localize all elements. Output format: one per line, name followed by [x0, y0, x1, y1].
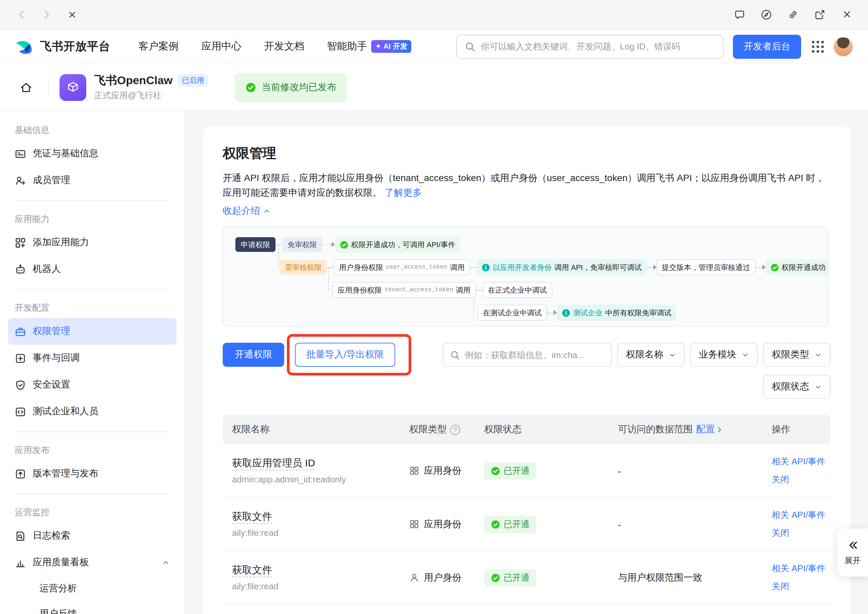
close-window-icon[interactable] [837, 5, 856, 24]
sidebar-item-version-release[interactable]: 版本管理与发布 [8, 460, 177, 487]
sidebar-section-release: 应用发布 [8, 439, 177, 460]
sidebar-item-members[interactable]: 成员管理 [8, 167, 177, 194]
global-search-input[interactable] [481, 42, 715, 51]
sidebar-item-add-capability[interactable]: 添加应用能力 [8, 229, 177, 256]
need-review-badge: 需审核权限 [280, 260, 327, 274]
sidebar-item-label: 权限管理 [33, 326, 70, 337]
permission-search[interactable] [443, 343, 612, 367]
app-subtitle: 正式应用@飞行社 [94, 90, 208, 102]
back-icon[interactable] [12, 5, 31, 24]
main-content: 权限管理 开通 API 权限后，应用才能以应用身份（tenant_access_… [185, 111, 868, 614]
related-api-link[interactable]: 相关 API/事件 [772, 563, 831, 575]
expand-panel-button[interactable]: 展开 [837, 529, 868, 577]
permission-type: 用户身份 [424, 572, 461, 584]
no-review-badge: 免审权限 [282, 237, 322, 252]
permission-type: 应用身份 [424, 518, 461, 530]
close-permission-link[interactable]: 关闭 [772, 527, 831, 539]
data-scope: 与用户权限范围一致 [608, 572, 762, 584]
arrow-icon [332, 242, 335, 247]
table-row: 获取文件 aily:file:read 应用身份 [223, 498, 831, 551]
open-permission-button[interactable]: 开通权限 [223, 343, 284, 367]
related-api-link[interactable]: 相关 API/事件 [772, 456, 831, 468]
sidebar-item-label: 成员管理 [33, 174, 70, 186]
permission-search-input[interactable] [465, 350, 605, 360]
data-scope: - [608, 519, 762, 529]
share-icon[interactable] [810, 5, 829, 24]
sidebar-item-log-search[interactable]: 日志检索 [8, 523, 177, 549]
sidebar-subitem-operation-analysis[interactable]: 运营分析 [8, 576, 177, 601]
batch-import-export-button[interactable]: 批量导入/导出权限 [295, 343, 395, 367]
robot-icon [15, 264, 26, 275]
compass-icon[interactable] [757, 5, 776, 24]
apps-grid-icon[interactable] [812, 40, 824, 53]
publish-status-text: 当前修改均已发布 [261, 81, 336, 93]
close-permission-link[interactable]: 关闭 [772, 581, 831, 592]
permission-table: 权限名称 权限类型 ? 权限状态 可访问的数据范围 配置 [223, 415, 831, 614]
page-description: 开通 API 权限后，应用才能以应用身份（tenant_access_token… [223, 171, 831, 200]
sparkle-icon: ✦ [375, 42, 381, 51]
divider [15, 494, 170, 495]
avatar[interactable] [833, 36, 853, 56]
arrow-icon [762, 265, 765, 270]
close-page-icon[interactable] [63, 5, 82, 24]
home-icon[interactable] [15, 76, 37, 99]
chevron-down-icon [742, 351, 749, 358]
search-icon [465, 41, 476, 52]
nav-ai-assistant[interactable]: 智能助手 ✦AI 开发 [327, 40, 412, 53]
sidebar-item-events[interactable]: 事件与回调 [8, 345, 177, 372]
sidebar-item-label: 测试企业和人员 [33, 406, 98, 417]
connector [275, 244, 282, 245]
collapse-intro-link[interactable]: 收起介绍 [223, 205, 271, 217]
sidebar-item-test-enterprise[interactable]: 测试企业和人员 [8, 398, 177, 425]
permission-type: 应用身份 [424, 465, 461, 477]
sidebar-item-permissions[interactable]: 权限管理 [8, 318, 177, 345]
brand[interactable]: 飞书开放平台 [15, 38, 110, 55]
sidebar-subitem-user-feedback[interactable]: 用户反馈 [8, 601, 177, 614]
status-badge: 已开通 [484, 569, 536, 586]
sidebar-section-capability: 应用能力 [8, 208, 177, 229]
check-circle-icon [340, 240, 348, 249]
question-icon[interactable]: ? [450, 425, 460, 435]
filter-business-module[interactable]: 业务模块 [690, 343, 758, 367]
table-header: 权限名称 权限类型 ? 权限状态 可访问的数据范围 配置 [223, 415, 831, 444]
user-token-pill: 用户身份权限 user_access_token 调用 [334, 259, 470, 275]
filter-label: 业务模块 [699, 349, 736, 361]
tenant-token-pill: 应用身份权限 tenant_access_token 调用 [332, 282, 476, 298]
sidebar-item-bot[interactable]: 机器人 [8, 256, 177, 282]
scope-config-link[interactable]: 配置 [696, 423, 723, 436]
success-pill: 权限开通成功，可调用 API/事件 [765, 259, 829, 275]
permission-flow-diagram: 申请权限 免审权限 权限开通成功，可调用 API/事件 需审核权限 [223, 226, 829, 327]
developer-console-button[interactable]: 开发者后台 [733, 34, 801, 59]
permission-name[interactable]: 获取应用管理员 ID [232, 457, 315, 470]
connector [646, 267, 653, 268]
nav-customer-cases[interactable]: 客户案例 [138, 40, 179, 53]
nav-app-center[interactable]: 应用中心 [201, 40, 241, 53]
apply-permission-badge: 申请权限 [235, 237, 275, 252]
chevron-down-icon [815, 351, 822, 358]
sidebar-item-credentials[interactable]: 凭证与基础信息 [8, 140, 177, 167]
filter-permission-name[interactable]: 权限名称 [617, 343, 685, 367]
search-icon [450, 350, 460, 360]
col-permission-name: 权限名称 [223, 423, 400, 436]
comment-icon[interactable] [730, 5, 749, 24]
filter-permission-status[interactable]: 权限状态 [763, 375, 831, 399]
related-api-link[interactable]: 相关 API/事件 [772, 509, 831, 521]
close-permission-link[interactable]: 关闭 [772, 474, 831, 486]
sidebar-subitem-label: 用户反馈 [39, 608, 77, 614]
chevron-up-icon [162, 558, 170, 567]
forward-icon[interactable] [37, 5, 56, 24]
filter-permission-type[interactable]: 权限类型 [763, 343, 831, 367]
sidebar-item-quality-dashboard[interactable]: 应用质量看板 [8, 549, 177, 576]
learn-more-link[interactable]: 了解更多 [384, 187, 422, 198]
sidebar-item-security[interactable]: 安全设置 [8, 372, 177, 398]
nav-dev-docs[interactable]: 开发文档 [264, 40, 304, 53]
copy-link-icon[interactable] [784, 5, 803, 24]
test-free-pill: 测试企业中所有权限免审调试 [557, 305, 676, 321]
page: 飞书开放平台 客户案例 应用中心 开发文档 智能助手 ✦AI 开发 开发者后台 [0, 0, 868, 614]
global-search[interactable] [456, 34, 723, 59]
permission-name[interactable]: 获取文件 [232, 510, 272, 524]
id-card-icon [15, 148, 26, 159]
sidebar-section-operations: 运营监控 [8, 501, 177, 523]
expand-label: 展开 [845, 555, 861, 566]
permission-name[interactable]: 获取文件 [232, 564, 272, 577]
